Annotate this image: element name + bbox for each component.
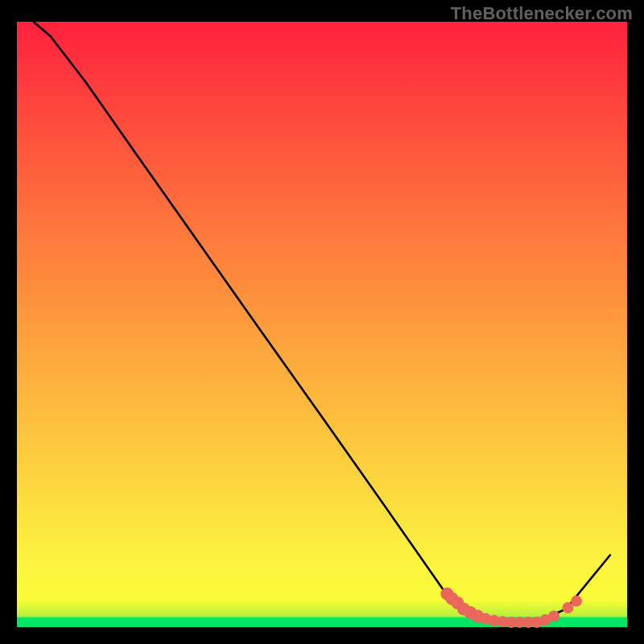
bottleneck-chart xyxy=(0,0,644,644)
highlight-dot xyxy=(571,596,582,607)
chart-frame: TheBottlenecker.com xyxy=(0,0,644,644)
highlight-dot xyxy=(548,610,559,621)
gradient-background xyxy=(17,22,627,627)
